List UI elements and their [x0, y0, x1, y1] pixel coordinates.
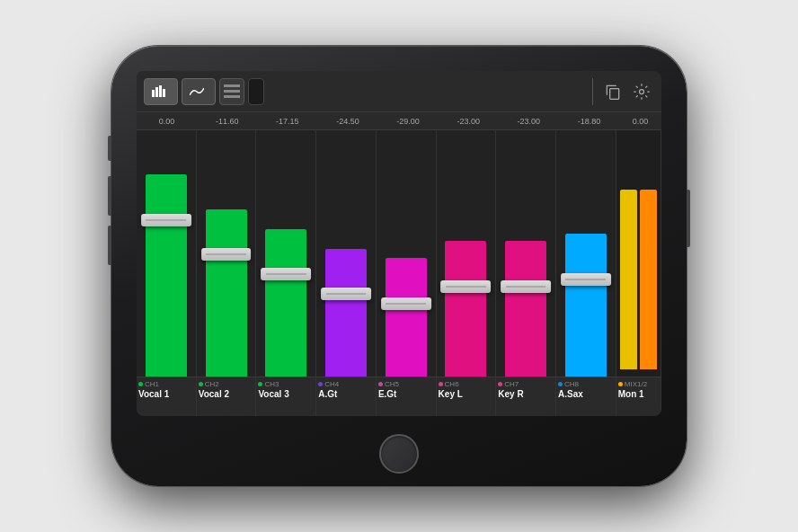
- channel-CH1[interactable]: CH1Vocal 1: [137, 130, 197, 416]
- ch-name-MIX1/2: Mon 1: [618, 389, 659, 399]
- copy-button[interactable]: [600, 79, 625, 104]
- channel-CH5[interactable]: CH5E.Gt: [377, 130, 437, 416]
- ch-id-CH8: CH8: [564, 380, 579, 388]
- ch-name-CH3: Vocal 3: [258, 389, 314, 399]
- top-divider: [592, 78, 593, 105]
- ch-number-CH4: CH4: [318, 380, 374, 388]
- top-bar: [137, 71, 661, 112]
- channel-MIX1/2[interactable]: MIX1/2Mon 1: [616, 130, 661, 416]
- phone-wrapper: 0.00-11.60-17.15-24.50-29.00-23.00-23.00…: [93, 23, 705, 509]
- scene-info: [271, 84, 275, 98]
- ch-name-CH8: A.Sax: [558, 389, 614, 399]
- svg-rect-3: [163, 89, 165, 97]
- svg-point-5: [640, 89, 644, 93]
- layers-line2: [224, 90, 240, 93]
- svg-rect-2: [159, 85, 162, 97]
- svg-rect-4: [610, 88, 619, 99]
- fader-area-CH1: [137, 130, 196, 377]
- value-cell-MIX1/2: 0.00: [619, 117, 661, 126]
- fader-fill-CH4: [325, 249, 367, 377]
- ch-name-CH4: A.Gt: [318, 389, 374, 399]
- volume-up-button[interactable]: [108, 176, 111, 216]
- ch-id-MIX1/2: MIX1/2: [625, 380, 647, 388]
- channel-labels-CH6: CH6Key L: [437, 377, 496, 416]
- ch-number-CH5: CH5: [378, 380, 434, 388]
- fader-area-CH8: [556, 130, 616, 377]
- channel-labels-CH3: CH3Vocal 3: [256, 377, 315, 416]
- pan-button[interactable]: [182, 78, 216, 105]
- channel-CH7[interactable]: CH7Key R: [496, 130, 556, 416]
- fader-area-CH7: [496, 130, 555, 377]
- fader-handle-CH7[interactable]: [501, 280, 551, 293]
- fader-handle-CH3[interactable]: [261, 268, 311, 280]
- ch-name-CH7: Key R: [498, 389, 554, 399]
- fader-button[interactable]: [144, 78, 178, 105]
- layers-line3: [224, 95, 240, 98]
- svg-rect-1: [155, 87, 158, 97]
- ch-id-CH2: CH2: [205, 380, 219, 388]
- mixer-area: CH1Vocal 1CH2Vocal 2CH3Vocal 3CH4A.GtCH5…: [137, 130, 661, 416]
- channel-labels-CH4: CH4A.Gt: [316, 377, 376, 416]
- channel-labels-CH2: CH2Vocal 2: [197, 377, 256, 416]
- fader-area-CH2: [197, 130, 256, 377]
- home-button[interactable]: [379, 434, 419, 474]
- fader-handle-CH1[interactable]: [141, 214, 191, 226]
- power-button[interactable]: [687, 190, 690, 247]
- ch-name-CH1: Vocal 1: [138, 389, 194, 399]
- fader-handle-CH2[interactable]: [201, 248, 252, 261]
- channel-labels-CH8: CH8A.Sax: [556, 377, 616, 416]
- ch-number-CH8: CH8: [558, 380, 614, 388]
- fader-area-CH4: [316, 130, 376, 377]
- fader-handle-CH6[interactable]: [441, 280, 492, 293]
- ch-number-CH2: CH2: [199, 380, 254, 388]
- channel-CH4[interactable]: CH4A.Gt: [316, 130, 377, 416]
- ch-number-CH7: CH7: [498, 380, 554, 388]
- ch-id-CH3: CH3: [264, 380, 279, 388]
- mute-button[interactable]: [108, 136, 111, 161]
- fader-handle-CH4[interactable]: [321, 288, 371, 300]
- ch-id-CH6: CH6: [445, 380, 459, 388]
- copy-icon: [604, 83, 622, 101]
- fader-fill-CH6: [445, 241, 486, 377]
- value-cell-CH2: -11.60: [197, 117, 257, 126]
- ch-id-CH5: CH5: [385, 380, 399, 388]
- value-cell-CH7: -23.00: [499, 117, 559, 126]
- fader-fill-CH3: [265, 229, 306, 377]
- fader-fill-CH2: [206, 209, 247, 377]
- ch-number-CH1: CH1: [138, 380, 194, 388]
- settings-icon: [633, 83, 651, 101]
- svg-rect-0: [152, 90, 155, 97]
- channel-CH8[interactable]: CH8A.Sax: [556, 130, 616, 416]
- fader-fill-CH8: [565, 234, 607, 377]
- ch-number-MIX1/2: MIX1/2: [618, 380, 659, 388]
- settings-button[interactable]: [629, 79, 654, 104]
- channel-labels-CH5: CH5E.Gt: [377, 377, 436, 416]
- fader-fill-CH5: [386, 258, 427, 377]
- fader-area-CH6: [437, 130, 496, 377]
- fader-fill-CH7: [505, 241, 546, 377]
- ch-id-CH1: CH1: [145, 380, 159, 388]
- fader-icon: [152, 86, 166, 97]
- channel-labels-CH1: CH1Vocal 1: [137, 377, 196, 416]
- fader-fill-CH1: [146, 174, 187, 377]
- fader-handle-CH8[interactable]: [561, 273, 611, 286]
- ch-id-CH4: CH4: [324, 380, 339, 388]
- channel-CH2[interactable]: CH2Vocal 2: [197, 130, 257, 416]
- channel-CH3[interactable]: CH3Vocal 3: [256, 130, 316, 416]
- ch-name-CH5: E.Gt: [378, 389, 434, 399]
- volume-down-button[interactable]: [108, 226, 111, 265]
- value-cell-CH1: 0.00: [137, 117, 197, 126]
- fader-handle-CH5[interactable]: [381, 297, 431, 310]
- scene-name: [271, 84, 275, 98]
- phone-screen: 0.00-11.60-17.15-24.50-29.00-23.00-23.00…: [137, 71, 661, 416]
- value-cell-CH6: -23.00: [439, 117, 499, 126]
- ch-number-CH3: CH3: [258, 380, 314, 388]
- channel-labels-CH7: CH7Key R: [496, 377, 555, 416]
- mix-bar1: [620, 190, 637, 369]
- mix-bar2: [640, 190, 657, 369]
- phone-body: 0.00-11.60-17.15-24.50-29.00-23.00-23.00…: [111, 46, 687, 486]
- channel-CH6[interactable]: CH6Key L: [437, 130, 497, 416]
- ch-name-CH2: Vocal 2: [199, 389, 254, 399]
- layers-button[interactable]: [219, 78, 244, 105]
- value-cell-CH4: -24.50: [317, 117, 377, 126]
